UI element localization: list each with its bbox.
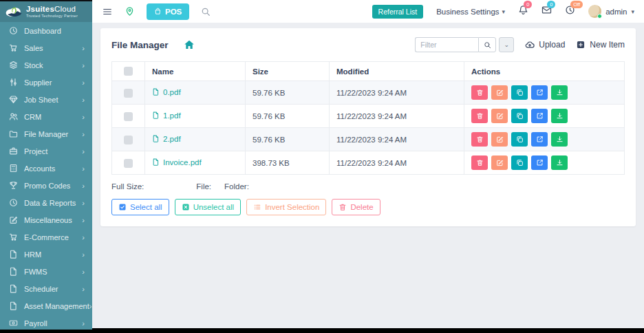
filter-options-button[interactable]: ⌄ xyxy=(499,37,514,52)
referral-list-button[interactable]: Referral List xyxy=(372,5,424,19)
row-checkbox[interactable] xyxy=(124,112,133,121)
sidebar-item-project[interactable]: Project › xyxy=(0,142,92,160)
sidebar-item-ecommerce[interactable]: E-Commerce › xyxy=(0,228,92,246)
sidebar-item-label: Scheduler xyxy=(24,285,58,293)
filter-search-button[interactable] xyxy=(478,37,496,52)
notifications-button[interactable]: 0 xyxy=(518,5,528,18)
table-row: 2.pdf 59.76 KB 11/22/2023 9:24 AM xyxy=(112,128,625,151)
sidebar-item-sales[interactable]: Sales › xyxy=(0,39,92,56)
file-manager-card: File Manager ⌄ Upload xyxy=(100,28,636,226)
file-link[interactable]: 1.pdf xyxy=(152,111,181,120)
row-checkbox[interactable] xyxy=(124,159,133,168)
file-table: Name Size Modified Actions 0.pdf 59.76 K… xyxy=(111,61,625,175)
unselect-all-button[interactable]: Unselect all xyxy=(175,199,241,215)
trash-icon xyxy=(476,159,484,166)
sidebar-item-job-sheet[interactable]: Job Sheet › xyxy=(0,91,92,108)
delete-file-button[interactable] xyxy=(471,132,488,147)
download-icon xyxy=(556,136,564,143)
file-link[interactable]: Invoice.pdf xyxy=(152,158,202,166)
pos-button[interactable]: POS xyxy=(147,3,189,20)
sidebar-item-label: FWMS xyxy=(24,268,47,276)
trash-icon xyxy=(339,203,347,211)
file-modified: 11/22/2023 9:24 AM xyxy=(330,81,464,105)
row-checkbox[interactable] xyxy=(124,136,133,144)
delete-file-button[interactable] xyxy=(471,109,488,123)
sidebar-item-file-manager[interactable]: File Manager › xyxy=(0,125,92,142)
delete-file-button[interactable] xyxy=(471,155,488,170)
crm-users-icon xyxy=(9,112,18,121)
new-item-button[interactable]: New Item xyxy=(576,40,625,50)
sidebar-item-crm[interactable]: CRM › xyxy=(0,108,92,125)
user-menu[interactable]: admin ▾ xyxy=(588,5,634,18)
sidebar-item-hrm[interactable]: HRM › xyxy=(0,246,92,263)
sidebar-item-data-reports[interactable]: Data & Reports › xyxy=(0,194,92,211)
file-link[interactable]: 0.pdf xyxy=(152,87,181,96)
copy-file-button[interactable] xyxy=(511,132,528,147)
column-header-name: Name xyxy=(145,62,246,81)
brand-name-bold: Jsuites xyxy=(26,5,54,13)
brand-text: JsuitesCloud Trusted Technology Partner xyxy=(26,6,78,19)
share-file-button[interactable] xyxy=(531,132,548,147)
rename-file-button[interactable] xyxy=(491,85,508,100)
rename-file-button[interactable] xyxy=(491,155,508,170)
home-icon[interactable] xyxy=(184,39,195,50)
select-all-button[interactable]: Select all xyxy=(111,199,169,215)
sales-cart-icon xyxy=(9,43,18,52)
sidebar-item-asset-management[interactable]: Asset Management › xyxy=(0,297,92,314)
brand-logo[interactable]: JsuitesCloud Trusted Technology Partner xyxy=(0,1,92,22)
edit-icon xyxy=(496,112,504,120)
business-settings-dropdown[interactable]: Business Settings ▾ xyxy=(436,8,505,16)
sidebar-item-fwms[interactable]: FWMS › xyxy=(0,263,92,280)
row-checkbox[interactable] xyxy=(124,89,133,98)
file-count-label: File: xyxy=(196,182,211,191)
sidebar-item-scheduler[interactable]: Scheduler › xyxy=(0,280,92,297)
sidebar-item-payroll[interactable]: Payroll › xyxy=(0,314,92,332)
invert-selection-button[interactable]: Invert Selection xyxy=(246,199,326,215)
file-link[interactable]: 2.pdf xyxy=(152,134,181,143)
map-pin-icon[interactable] xyxy=(125,6,135,17)
sidebar-item-label: Dashboard xyxy=(24,27,61,35)
download-file-button[interactable] xyxy=(551,155,568,170)
download-icon xyxy=(556,159,564,166)
download-file-button[interactable] xyxy=(551,132,568,147)
select-all-checkbox[interactable] xyxy=(124,67,133,76)
delete-selected-button[interactable]: Delete xyxy=(332,199,380,215)
plus-square-icon xyxy=(576,40,586,50)
rename-file-button[interactable] xyxy=(491,132,508,147)
sidebar-item-label: Data & Reports xyxy=(24,199,76,207)
share-file-button[interactable] xyxy=(531,155,548,170)
chevron-down-icon: ▾ xyxy=(631,8,634,15)
sidebar-item-accounts[interactable]: Accounts › xyxy=(0,160,92,177)
full-size-label: Full Size: xyxy=(111,182,144,191)
upload-button[interactable]: Upload xyxy=(525,40,565,50)
sidebar-item-label: Job Sheet xyxy=(24,96,58,104)
online-status-dot xyxy=(597,14,602,19)
copy-file-button[interactable] xyxy=(511,155,528,170)
sidebar-item-label: Promo Codes xyxy=(24,182,70,190)
shopping-bag-icon xyxy=(154,8,162,15)
page-title: File Manager xyxy=(111,40,169,50)
share-file-button[interactable] xyxy=(531,85,548,100)
sidebar-item-miscellaneous[interactable]: Miscellaneous › xyxy=(0,211,92,228)
hamburger-icon[interactable] xyxy=(102,7,113,17)
download-file-button[interactable] xyxy=(551,109,568,123)
download-file-button[interactable] xyxy=(551,85,568,100)
sidebar-item-dashboard[interactable]: Dashboard xyxy=(0,22,92,39)
edit-icon xyxy=(496,89,504,96)
filter-input[interactable] xyxy=(415,37,478,52)
copy-file-button[interactable] xyxy=(511,85,528,100)
clock-in-button[interactable]: Off xyxy=(565,5,575,18)
sidebar-item-supplier[interactable]: Supplier › xyxy=(0,74,92,91)
chevron-right-icon: › xyxy=(82,233,85,241)
sidebar-item-stock[interactable]: Stock › xyxy=(0,56,92,74)
search-icon[interactable] xyxy=(201,7,211,17)
delete-file-button[interactable] xyxy=(471,85,488,100)
rename-file-button[interactable] xyxy=(491,109,508,123)
messages-button[interactable]: 0 xyxy=(541,5,552,18)
x-square-icon xyxy=(182,203,190,211)
sidebar-item-promo-codes[interactable]: Promo Codes › xyxy=(0,177,92,194)
share-file-button[interactable] xyxy=(531,109,548,123)
sidebar-item-label: CRM xyxy=(24,113,41,121)
sidebar-item-label: Stock xyxy=(24,61,43,69)
copy-file-button[interactable] xyxy=(511,109,528,123)
